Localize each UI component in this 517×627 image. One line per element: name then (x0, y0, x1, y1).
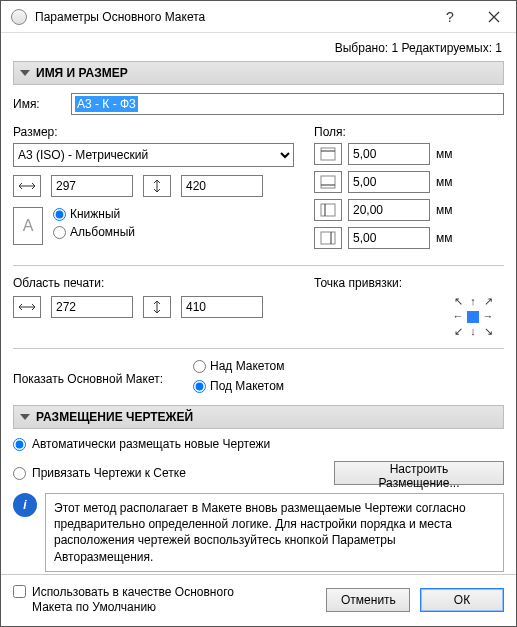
configure-placement-button[interactable]: Настроить Размещение... (334, 461, 504, 485)
show-master-row: Показать Основной Макет: Над Макетом Под… (13, 359, 504, 399)
anchor-label: Точка привязки: (314, 276, 504, 290)
unit-mm: мм (436, 231, 460, 245)
page-orientation-icon: A (13, 207, 43, 245)
size-column: Размер: A3 (ISO) - Метрический A (13, 125, 294, 255)
dialog-window: Параметры Основного Макета ? Выбрано: 1 … (0, 0, 517, 627)
margin-bottom-icon (314, 171, 342, 193)
section-header-placement[interactable]: РАЗМЕЩЕНИЕ ЧЕРТЕЖЕЙ (13, 405, 504, 429)
print-height-icon (143, 296, 171, 318)
info-icon: i (13, 493, 37, 517)
margin-left-icon (314, 199, 342, 221)
snap-grid-radio[interactable] (13, 467, 26, 480)
close-icon (484, 9, 504, 25)
snap-grid-option[interactable]: Привязать Чертежи к Сетке (13, 466, 186, 480)
orientation-options: Книжный Альбомный (53, 207, 135, 243)
anchor-point-grid[interactable]: ↖↑↗ ←→ ↙↓↘ (452, 296, 494, 338)
name-value: А3 - К - Ф3 (75, 96, 138, 112)
info-text: Этот метод располагает в Макете вновь ра… (45, 493, 504, 572)
margin-top-row: мм (314, 143, 504, 165)
orientation-landscape[interactable]: Альбомный (53, 225, 135, 239)
above-radio[interactable] (193, 360, 206, 373)
ok-button[interactable]: ОК (420, 588, 504, 612)
dimension-row (13, 175, 294, 197)
svg-rect-2 (321, 176, 335, 188)
section-title-name-size: ИМЯ И РАЗМЕР (36, 66, 128, 80)
margin-bottom-row: мм (314, 171, 504, 193)
auto-place-row[interactable]: Автоматически размещать новые Чертежи (13, 437, 504, 451)
margin-top-icon (314, 143, 342, 165)
name-label: Имя: (13, 97, 63, 111)
unit-mm: мм (436, 203, 460, 217)
show-below-option[interactable]: Под Макетом (193, 379, 284, 393)
name-input[interactable]: А3 - К - Ф3 (71, 93, 504, 115)
chevron-down-icon (20, 414, 30, 420)
show-master-options: Над Макетом Под Макетом (193, 359, 284, 399)
placement-block: Автоматически размещать новые Чертежи Пр… (13, 437, 504, 572)
margin-top-input[interactable] (348, 143, 430, 165)
print-width-icon (13, 296, 41, 318)
svg-rect-0 (321, 148, 335, 160)
orientation-portrait[interactable]: Книжный (53, 207, 135, 221)
print-width-input[interactable] (51, 296, 133, 318)
margins-label: Поля: (314, 125, 504, 139)
section-header-name-size[interactable]: ИМЯ И РАЗМЕР (13, 61, 504, 85)
titlebar: Параметры Основного Макета ? (1, 1, 516, 33)
print-height-input[interactable] (181, 296, 263, 318)
margin-right-row: мм (314, 227, 504, 249)
height-input[interactable] (181, 175, 263, 197)
app-icon (11, 9, 27, 25)
height-icon (143, 175, 171, 197)
print-area-row: Область печати: Точка привязки: ↖↑↗ (13, 276, 504, 338)
below-radio[interactable] (193, 380, 206, 393)
section-title-placement: РАЗМЕЩЕНИЕ ЧЕРТЕЖЕЙ (36, 410, 193, 424)
name-row: Имя: А3 - К - Ф3 (13, 93, 504, 115)
use-as-default-checkbox[interactable] (13, 585, 26, 598)
close-button[interactable] (472, 1, 516, 33)
width-icon (13, 175, 41, 197)
dialog-footer: Использовать в качестве Основного Макета… (1, 574, 516, 626)
margin-left-row: мм (314, 199, 504, 221)
orientation-block: A Книжный Альбомный (13, 207, 294, 245)
size-preset-select[interactable]: A3 (ISO) - Метрический (13, 143, 294, 167)
help-button[interactable]: ? (428, 1, 472, 33)
svg-rect-6 (321, 232, 335, 244)
selection-info: Выбрано: 1 Редактируемых: 1 (13, 39, 504, 61)
unit-mm: мм (436, 147, 460, 161)
landscape-radio[interactable] (53, 226, 66, 239)
margin-bottom-input[interactable] (348, 171, 430, 193)
chevron-down-icon (20, 70, 30, 76)
info-box: i Этот метод располагает в Макете вновь … (13, 493, 504, 572)
use-as-default-option[interactable]: Использовать в качестве Основного Макета… (13, 585, 253, 616)
snap-row: Привязать Чертежи к Сетке Настроить Разм… (13, 461, 504, 485)
margins-column: Поля: мм мм (314, 125, 504, 255)
auto-place-radio[interactable] (13, 438, 26, 451)
content-area: Выбрано: 1 Редактируемых: 1 ИМЯ И РАЗМЕР… (1, 33, 516, 574)
show-master-label: Показать Основной Макет: (13, 372, 163, 386)
unit-mm: мм (436, 175, 460, 189)
portrait-radio[interactable] (53, 208, 66, 221)
divider (13, 265, 504, 266)
size-margins-columns: Размер: A3 (ISO) - Метрический A (13, 125, 504, 255)
divider (13, 348, 504, 349)
margin-right-input[interactable] (348, 227, 430, 249)
show-above-option[interactable]: Над Макетом (193, 359, 284, 373)
cancel-button[interactable]: Отменить (326, 588, 410, 612)
svg-rect-4 (321, 204, 335, 216)
margin-right-icon (314, 227, 342, 249)
width-input[interactable] (51, 175, 133, 197)
size-label: Размер: (13, 125, 294, 139)
print-area-label: Область печати: (13, 276, 294, 290)
margin-left-input[interactable] (348, 199, 430, 221)
window-title: Параметры Основного Макета (35, 10, 428, 24)
